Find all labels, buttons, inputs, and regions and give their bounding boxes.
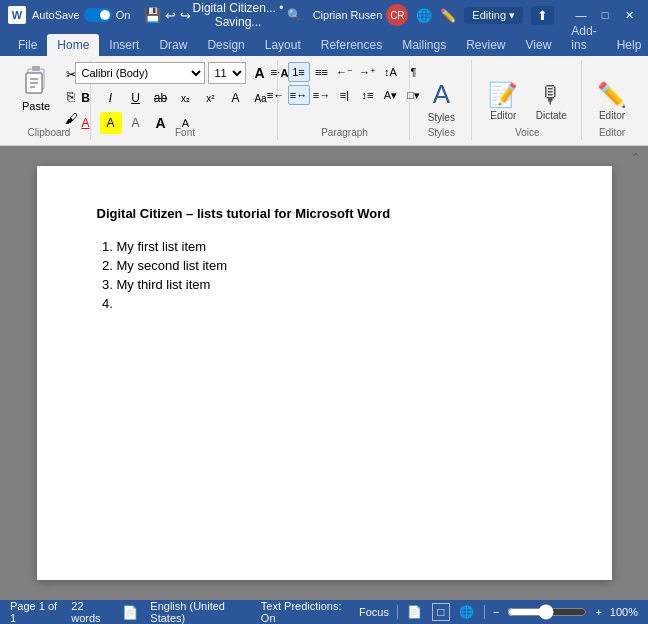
tab-mailings[interactable]: Mailings	[392, 34, 456, 56]
text-highlight-button[interactable]: A	[100, 112, 122, 134]
increase-size-btn2[interactable]: A	[150, 112, 172, 134]
increase-indent-button[interactable]: →⁺	[357, 62, 379, 82]
font-size-select[interactable]: 11	[208, 62, 246, 84]
zoom-out-icon[interactable]: −	[493, 606, 499, 618]
list-item-3: My third list item	[117, 275, 552, 294]
editor-group: ✏️ Editor Editor	[584, 60, 640, 140]
document-title-text: Digital Citizen – lists tutorial for Mic…	[97, 206, 552, 221]
avatar: CR	[386, 4, 408, 26]
document-title: Digital Citizen... • Saving...	[191, 1, 284, 29]
autosave-toggle[interactable]	[84, 8, 112, 22]
zoom-in-icon[interactable]: +	[595, 606, 601, 618]
numbering-button[interactable]: 1≡	[288, 62, 310, 82]
undo-icon[interactable]: ↩	[165, 8, 176, 23]
page-info[interactable]: Page 1 of 1	[10, 600, 59, 624]
tab-help[interactable]: Help	[607, 34, 648, 56]
align-left-button[interactable]: ≡←	[265, 85, 287, 105]
clear-format-button[interactable]: A	[225, 87, 247, 109]
status-divider2	[484, 605, 485, 619]
share-icon[interactable]: 🌐	[416, 8, 432, 23]
italic-button[interactable]: I	[100, 87, 122, 109]
close-button[interactable]: ✕	[618, 4, 640, 26]
font-row-2: B I U ab x₂ x² A Aa	[75, 87, 272, 109]
decrease-indent-button[interactable]: ←⁻	[334, 62, 356, 82]
tab-addins[interactable]: Add-ins	[561, 20, 606, 56]
title-bar: W AutoSave On 💾 ↩ ↪ Digital Citizen... •…	[0, 0, 648, 30]
styles-button[interactable]: A Styles	[421, 77, 461, 124]
tab-file[interactable]: File	[8, 34, 47, 56]
language[interactable]: English (United States)	[150, 600, 248, 624]
tab-view[interactable]: View	[516, 34, 562, 56]
clipboard-label: Clipboard	[28, 127, 71, 138]
tab-design[interactable]: Design	[197, 34, 254, 56]
bold-button[interactable]: B	[75, 87, 97, 109]
shading-button[interactable]: A▾	[380, 85, 402, 105]
spelling-check-icon[interactable]: 📄	[122, 605, 138, 620]
paste-label: Paste	[22, 100, 50, 112]
word-count[interactable]: 22 words	[71, 600, 110, 624]
styles-group-label: Styles	[428, 127, 455, 138]
editing-mode-btn[interactable]: Editing ▾	[464, 7, 523, 24]
web-view-button[interactable]: 🌐	[458, 603, 476, 621]
font-family-select[interactable]: Calibri (Body)	[75, 62, 205, 84]
redo-icon[interactable]: ↪	[180, 8, 191, 23]
line-spacing-button[interactable]: ↕≡	[357, 85, 379, 105]
print-view-button[interactable]: □	[432, 603, 450, 621]
styles-label: Styles	[428, 112, 455, 123]
multilevel-button[interactable]: ≡≡	[311, 62, 333, 82]
share-btn[interactable]: ⬆	[531, 6, 554, 25]
bullets-button[interactable]: ≡·	[265, 62, 287, 82]
tab-review[interactable]: Review	[456, 34, 515, 56]
editing-dropdown-icon: ▾	[509, 9, 515, 22]
underline-button[interactable]: U	[125, 87, 147, 109]
shading-color-button[interactable]: A	[125, 112, 147, 134]
list-item-4	[117, 294, 552, 313]
editing-mode-label: Editing	[472, 9, 506, 21]
tab-layout[interactable]: Layout	[255, 34, 311, 56]
paragraph-label: Paragraph	[321, 127, 368, 138]
subscript-button[interactable]: x₂	[175, 87, 197, 109]
svg-rect-1	[32, 66, 40, 71]
editor-big-label: Editor	[490, 110, 516, 121]
ribbon-tabs: File Home Insert Draw Design Layout Refe…	[0, 30, 648, 56]
dictate-label: Dictate	[536, 110, 567, 121]
edit-icon[interactable]: ✏️	[440, 8, 456, 23]
read-view-button[interactable]: 📄	[406, 603, 424, 621]
zoom-slider[interactable]	[507, 604, 587, 620]
document-page[interactable]: Digital Citizen – lists tutorial for Mic…	[37, 166, 612, 580]
tab-insert[interactable]: Insert	[99, 34, 149, 56]
search-icon[interactable]: 🔍	[285, 5, 305, 25]
ribbon: Paste ✂ ⎘ 🖌 Clipboard Calibri (Body) 11 …	[0, 56, 648, 146]
ribbon-collapse-icon[interactable]: ⌃	[631, 151, 640, 164]
word-logo: W	[8, 6, 26, 24]
tab-references[interactable]: References	[311, 34, 392, 56]
voice-label: Voice	[515, 127, 539, 138]
paragraph-row-1: ≡· 1≡ ≡≡ ←⁻ →⁺ ↕A ¶	[265, 62, 425, 82]
user-area[interactable]: Ciprian Rusen CR	[313, 4, 409, 26]
save-icon[interactable]: 💾	[144, 7, 161, 23]
styles-group: A Styles Styles	[412, 60, 472, 140]
dictate-button[interactable]: 🎙 Dictate	[531, 79, 571, 124]
ribbon-content: Paste ✂ ⎘ 🖌 Clipboard Calibri (Body) 11 …	[0, 56, 648, 146]
status-divider	[397, 605, 398, 619]
autosave-area: AutoSave On	[32, 8, 130, 22]
status-bar-right: Focus 📄 □ 🌐 − + 100%	[359, 603, 638, 621]
justify-button[interactable]: ≡|	[334, 85, 356, 105]
editor-big-button[interactable]: 📝 Editor	[483, 79, 523, 124]
focus-button[interactable]: Focus	[359, 606, 389, 618]
font-row-1: Calibri (Body) 11 A A	[75, 62, 296, 84]
tab-draw[interactable]: Draw	[149, 34, 197, 56]
tab-home[interactable]: Home	[47, 34, 99, 56]
strikethrough-button[interactable]: ab	[150, 87, 172, 109]
paste-button[interactable]: Paste	[16, 62, 56, 114]
align-center-button[interactable]: ≡↔	[288, 85, 310, 105]
font-color-button[interactable]: A	[75, 112, 97, 134]
zoom-level[interactable]: 100%	[610, 606, 638, 618]
sort-button[interactable]: ↕A	[380, 62, 402, 82]
editor-button[interactable]: ✏️ Editor	[592, 79, 632, 124]
editor-icon: 📝	[488, 81, 518, 110]
toggle-circle	[100, 10, 110, 20]
align-right-button[interactable]: ≡→	[311, 85, 333, 105]
superscript-button[interactable]: x²	[200, 87, 222, 109]
text-predictions[interactable]: Text Predictions: On	[261, 600, 347, 624]
